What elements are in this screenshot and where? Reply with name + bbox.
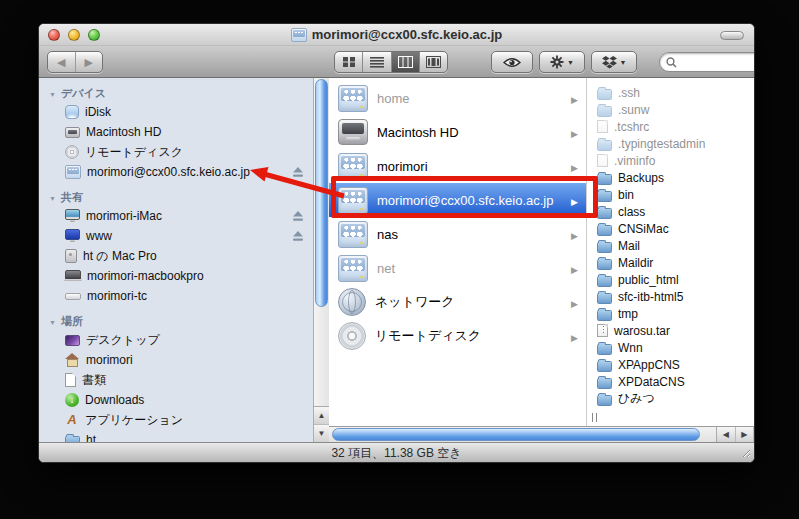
back-button[interactable]: ◀ [48,56,75,69]
column2-item[interactable]: XPDataCNS [597,373,754,390]
column2-item[interactable]: warosu.tar [597,322,754,339]
macbook-icon [65,270,81,280]
column2-item[interactable]: bin [597,186,754,203]
close-button[interactable] [48,29,60,41]
column2-item[interactable]: XPAppCNS [597,356,754,373]
sidebar-section-places[interactable]: 場所 [39,312,313,330]
column-view-button[interactable] [392,52,420,72]
column2-item[interactable]: public_html [597,271,754,288]
item-label: home [377,91,410,106]
search-field[interactable] [659,52,755,72]
list-view-button[interactable] [363,52,391,72]
column2-item[interactable]: Wnn [597,339,754,356]
column2-item[interactable]: .viminfo [597,152,754,169]
sidebar-item-applications[interactable]: アプリケーション [39,410,313,430]
column1-item-home[interactable]: home [329,81,586,115]
applications-icon [65,413,79,427]
coverflow-view-button[interactable] [420,52,447,72]
search-input[interactable] [681,56,755,68]
zoom-button[interactable] [88,29,100,41]
column-resize-handle[interactable] [592,413,597,422]
scrollbar-thumb[interactable] [332,428,700,441]
sidebar-item-morimori-tc[interactable]: morimori-tc [39,286,313,306]
quicklook-button[interactable] [491,51,533,73]
second-column: .ssh .sunw .tcshrc .typingtestadmin .vim… [587,78,754,426]
scrollbar-thumb[interactable] [315,79,328,307]
column2-item[interactable]: Mail [597,237,754,254]
minimize-button[interactable] [68,29,80,41]
sidebar-section-shared[interactable]: 共有 [39,188,313,206]
document-icon [65,373,76,387]
column2-item[interactable]: .sunw [597,101,754,118]
column2-item[interactable]: .tcshrc [597,118,754,135]
disclosure-down-icon [49,191,56,203]
column2-item[interactable]: sfc-itb-html5 [597,288,754,305]
network-drive-icon [291,28,307,42]
sidebar-item-morimori-ccx00[interactable]: morimori@ccx00.sfc.keio.ac.jp [39,162,313,182]
action-menu-button[interactable]: ▼ [539,51,585,73]
sidebar-item-macintosh-hd[interactable]: Macintosh HD [39,122,313,142]
sidebar-item-idisk[interactable]: iDisk [39,102,313,122]
eject-button[interactable] [292,211,304,222]
first-column: home Macintosh HD morimori morimori@ccx0… [329,78,587,426]
eject-button[interactable] [292,167,304,178]
sidebar-item-ht[interactable]: ht [39,430,313,442]
network-drive-icon [338,255,368,282]
section-label: 共有 [61,190,83,205]
imac-icon [65,209,80,220]
sidebar-item-ht-mac-pro[interactable]: ht の Mac Pro [39,246,313,266]
sidebar-item-label: 書類 [82,372,106,389]
screenshot-stage: morimori@ccx00.sfc.keio.ac.jp ◀ ▶ [0,0,799,519]
optical-disc-icon [65,145,79,159]
scroll-right-button[interactable]: ▶ [736,427,755,442]
item-label: tmp [618,307,638,321]
sidebar-item-remote-disc[interactable]: リモートディスク [39,142,313,162]
scroll-down-button[interactable]: ▼ [314,425,329,443]
sidebar-item-downloads[interactable]: Downloads [39,390,313,410]
annotation-box [331,176,598,218]
resize-grip[interactable] [740,447,751,461]
forward-button[interactable]: ▶ [76,56,103,69]
column2-item[interactable]: .typingtestadmin [597,135,754,152]
sidebar-item-desktop[interactable]: デスクトップ [39,330,313,350]
icon-view-button[interactable] [335,52,363,72]
sidebar-item-morimori-home[interactable]: morimori [39,350,313,370]
column1-item-macintosh-hd[interactable]: Macintosh HD [329,115,586,149]
column2-item[interactable]: class [597,203,754,220]
column1-item-nas[interactable]: nas [329,217,586,251]
disclosure-down-icon [49,87,56,99]
column2-item[interactable]: Maildir [597,254,754,271]
horizontal-scrollbar[interactable]: ◀ ▶ [329,426,754,442]
disclosure-triangle-icon [571,159,578,174]
sidebar-item-morimori-macbookpro[interactable]: morimori-macbookpro [39,266,313,286]
sidebar-item-label: morimori-macbookpro [87,269,204,283]
eject-button[interactable] [292,231,304,242]
toolbar: ◀ ▶ [39,46,754,78]
sidebar-section-devices[interactable]: デバイス [39,84,313,102]
vertical-scrollbar[interactable]: ▲ ▼ [313,78,329,442]
toolbar-toggle-button[interactable] [720,31,744,40]
title-bar[interactable]: morimori@ccx00.sfc.keio.ac.jp [39,24,754,46]
internal-drive-icon [338,119,368,145]
sidebar-item-www[interactable]: www [39,226,313,246]
dropbox-menu-button[interactable]: ▼ [591,51,637,73]
column1-item-network[interactable]: ネットワーク [329,285,586,319]
folder-icon [597,344,612,355]
column2-item[interactable]: ひみつ [597,390,754,407]
sidebar-item-label: iDisk [85,105,111,119]
section-label: 場所 [61,314,83,329]
scroll-left-button[interactable]: ◀ [717,427,736,442]
column2-item[interactable]: .ssh [597,84,754,101]
column2-item[interactable]: tmp [597,305,754,322]
sidebar-item-morimori-imac[interactable]: morimori-iMac [39,206,313,226]
sidebar-item-documents[interactable]: 書類 [39,370,313,390]
column2-item[interactable]: Backups [597,169,754,186]
item-label: net [377,261,395,276]
item-label: ネットワーク [375,293,455,311]
column1-item-net[interactable]: net [329,251,586,285]
chevron-down-icon: ▼ [620,59,627,66]
scroll-up-button[interactable]: ▲ [314,407,329,425]
view-segmented-control [334,51,448,73]
column1-item-remote-disc[interactable]: リモートディスク [329,319,586,353]
column2-item[interactable]: CNSiMac [597,220,754,237]
